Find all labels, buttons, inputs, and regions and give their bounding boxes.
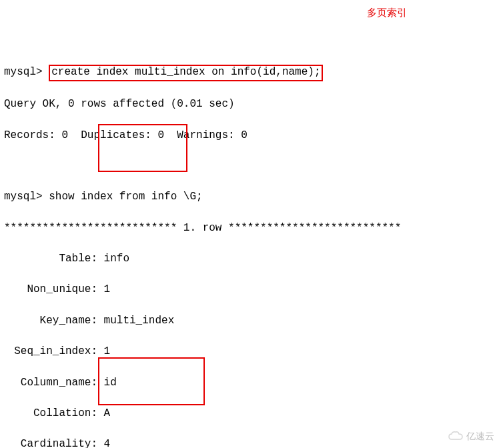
row-1-header: *************************** 1. row *****… <box>4 221 497 236</box>
val-table: info <box>104 253 129 265</box>
highlighted-command-1: create index multi_index on info(id,name… <box>49 65 323 81</box>
row-1-cardinality: Cardinality: 4 <box>4 437 497 448</box>
label-key-name: Key_name: <box>4 313 97 329</box>
row-1-non-unique: Non_unique: 1 <box>4 282 497 297</box>
mysql-prompt: mysql> <box>4 66 43 78</box>
row-1-collation: Collation: A <box>4 406 497 421</box>
blank-line <box>4 159 497 174</box>
mysql-prompt: mysql> <box>4 191 43 203</box>
annotation-label: 多页索引 <box>367 5 407 20</box>
val-column-name: id <box>104 377 117 389</box>
label-collation: Collation: <box>4 406 97 421</box>
label-column-name: Column_name: <box>4 375 97 391</box>
row-1-seq-in-index: Seq_in_index: 1 <box>4 344 497 359</box>
result-line-2: Records: 0 Duplicates: 0 Warnings: 0 <box>4 128 497 143</box>
row-1-key-name: Key_name: multi_index <box>4 313 497 329</box>
label-table: Table: <box>4 251 97 267</box>
cloud-icon <box>448 431 464 441</box>
row-1-column-name: Column_name: id <box>4 375 497 391</box>
command-line-2: mysql> show index from info \G; <box>4 189 497 205</box>
val-cardinality: 4 <box>104 438 111 448</box>
label-cardinality: Cardinality: <box>4 437 97 448</box>
label-seq-in-index: Seq_in_index: <box>4 344 97 359</box>
val-collation: A <box>104 407 111 419</box>
label-non-unique: Non_unique: <box>4 282 97 297</box>
command-2: show index from info \G; <box>49 191 202 203</box>
watermark-text: 亿速云 <box>466 429 494 443</box>
val-seq-in-index: 1 <box>104 345 111 357</box>
command-line-1: mysql> create index multi_index on info(… <box>4 65 497 81</box>
result-line-1: Query OK, 0 rows affected (0.01 sec) <box>4 97 497 112</box>
watermark: 亿速云 <box>448 429 494 443</box>
val-non-unique: 1 <box>104 283 111 295</box>
row-1-table: Table: info <box>4 251 497 267</box>
val-key-name: multi_index <box>104 315 175 327</box>
